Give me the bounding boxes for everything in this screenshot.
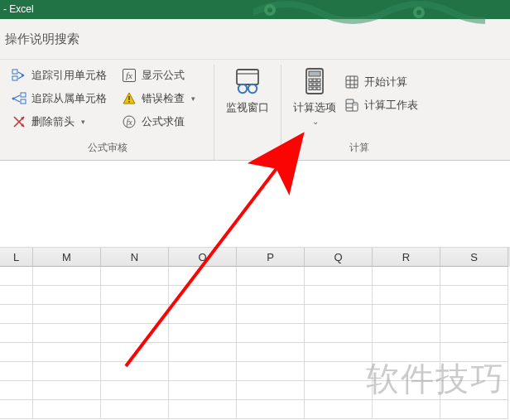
cell[interactable] — [305, 400, 373, 419]
cell[interactable] — [237, 324, 305, 343]
cell[interactable] — [169, 286, 237, 305]
cell[interactable] — [169, 267, 237, 286]
column-header[interactable]: L — [0, 248, 33, 267]
cell[interactable] — [0, 381, 33, 400]
cell[interactable] — [237, 267, 305, 286]
cell[interactable] — [237, 381, 305, 400]
table-row[interactable] — [0, 343, 510, 362]
table-row[interactable] — [0, 381, 510, 400]
cell[interactable] — [373, 324, 440, 343]
cell[interactable] — [0, 400, 33, 419]
column-header[interactable]: M — [33, 248, 101, 267]
column-header[interactable]: N — [101, 248, 169, 267]
spreadsheet-area[interactable]: LMNOPQRS — [0, 248, 510, 419]
cell[interactable] — [440, 267, 508, 286]
table-row[interactable] — [0, 286, 510, 305]
cell[interactable] — [440, 305, 508, 324]
table-row[interactable] — [0, 305, 510, 324]
cell[interactable] — [305, 362, 373, 381]
cell[interactable] — [169, 381, 237, 400]
cell[interactable] — [101, 362, 169, 381]
cell[interactable] — [373, 286, 440, 305]
cell[interactable] — [33, 324, 101, 343]
cell[interactable] — [101, 286, 169, 305]
column-header[interactable]: R — [373, 248, 440, 267]
calculate-now-button[interactable]: 开始计算 — [341, 73, 421, 91]
calculation-options-button[interactable]: 计算选项 ⌄ — [288, 65, 341, 128]
btn-label: 公式求值 — [142, 114, 185, 129]
cell[interactable] — [0, 267, 33, 286]
calculate-now-icon — [344, 75, 359, 89]
cell[interactable] — [0, 324, 33, 343]
cell[interactable] — [33, 286, 101, 305]
cell[interactable] — [169, 343, 237, 362]
cell[interactable] — [101, 343, 169, 362]
cell[interactable] — [305, 305, 373, 324]
cell[interactable] — [305, 267, 373, 286]
cell[interactable] — [169, 324, 237, 343]
cell[interactable] — [101, 305, 169, 324]
cell[interactable] — [0, 305, 33, 324]
cell[interactable] — [440, 381, 508, 400]
cell[interactable] — [101, 324, 169, 343]
grid-rows[interactable] — [0, 267, 510, 419]
cell[interactable] — [440, 286, 508, 305]
tell-me-bar[interactable]: 操作说明搜索 — [0, 19, 510, 60]
cell[interactable] — [373, 381, 440, 400]
cell[interactable] — [33, 400, 101, 419]
cell[interactable] — [101, 381, 169, 400]
table-row[interactable] — [0, 400, 510, 419]
cell[interactable] — [0, 362, 33, 381]
cell[interactable] — [237, 286, 305, 305]
cell[interactable] — [169, 362, 237, 381]
cell[interactable] — [373, 305, 440, 324]
evaluate-formula-button[interactable]: fx 公式求值 — [118, 113, 199, 131]
cell[interactable] — [33, 267, 101, 286]
cell[interactable] — [373, 267, 440, 286]
table-row[interactable] — [0, 362, 510, 381]
cell[interactable] — [33, 343, 101, 362]
table-row[interactable] — [0, 324, 510, 343]
show-formulas-button[interactable]: fx 显示公式 — [118, 66, 199, 84]
watch-window-button[interactable]: 监视窗口 — [221, 65, 274, 117]
cell[interactable] — [305, 324, 373, 343]
cell[interactable] — [101, 400, 169, 419]
btn-label: 错误检查 — [142, 91, 185, 106]
cell[interactable] — [33, 381, 101, 400]
svg-rect-30 — [309, 87, 312, 90]
column-header[interactable]: P — [237, 248, 305, 267]
cell[interactable] — [373, 343, 440, 362]
column-header[interactable]: S — [440, 248, 508, 267]
cell[interactable] — [237, 362, 305, 381]
cell[interactable] — [237, 400, 305, 419]
cell[interactable] — [373, 362, 440, 381]
cell[interactable] — [101, 267, 169, 286]
remove-arrows-button[interactable]: 删除箭头 ▾ — [8, 113, 110, 131]
calculate-sheet-button[interactable]: 计算工作表 — [341, 96, 421, 114]
error-checking-button[interactable]: 错误检查 ▾ — [118, 89, 199, 108]
cell[interactable] — [440, 324, 508, 343]
cell[interactable] — [237, 343, 305, 362]
remove-arrows-icon — [12, 114, 26, 129]
cell[interactable] — [33, 362, 101, 381]
column-header[interactable]: O — [169, 248, 237, 267]
cell[interactable] — [0, 286, 33, 305]
cell[interactable] — [373, 400, 440, 419]
cell[interactable] — [33, 305, 101, 324]
trace-dependents-button[interactable]: 追踪从属单元格 — [8, 89, 110, 108]
cell[interactable] — [440, 362, 508, 381]
trace-precedents-button[interactable]: 追踪引用单元格 — [8, 66, 110, 84]
table-row[interactable] — [0, 267, 510, 286]
cell[interactable] — [305, 381, 373, 400]
cell[interactable] — [0, 343, 33, 362]
cell[interactable] — [440, 400, 508, 419]
cell[interactable] — [305, 343, 373, 362]
cell[interactable] — [169, 400, 237, 419]
cell[interactable] — [440, 343, 508, 362]
formula-bar-region[interactable] — [0, 161, 510, 248]
cell[interactable] — [169, 305, 237, 324]
cell[interactable] — [305, 286, 373, 305]
column-headers[interactable]: LMNOPQRS — [0, 248, 510, 267]
cell[interactable] — [237, 305, 305, 324]
column-header[interactable]: Q — [305, 248, 373, 267]
